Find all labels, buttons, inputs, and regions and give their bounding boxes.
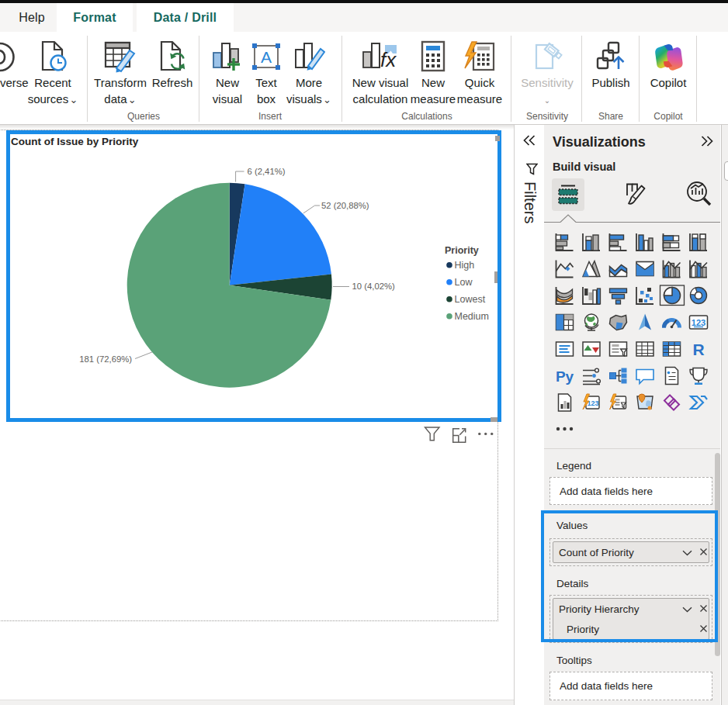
svg-text:Medium: Medium (455, 311, 489, 322)
svg-text:High: High (455, 260, 475, 271)
svg-text:Low: Low (455, 277, 473, 288)
svg-text:52 (20,88%): 52 (20,88%) (321, 201, 369, 210)
svg-text:Priority: Priority (445, 245, 479, 256)
svg-text:123: 123 (692, 318, 705, 327)
svg-text:10 (4,02%): 10 (4,02%) (352, 282, 395, 291)
svg-text:Lowest: Lowest (455, 294, 486, 305)
svg-text:R: R (692, 340, 704, 358)
svg-text:181 (72,69%): 181 (72,69%) (79, 354, 132, 364)
svg-text:A: A (261, 48, 272, 66)
svg-text:6 (2,41%): 6 (2,41%) (248, 167, 286, 176)
svg-text:fx: fx (380, 48, 397, 71)
svg-text:Py: Py (556, 368, 574, 385)
